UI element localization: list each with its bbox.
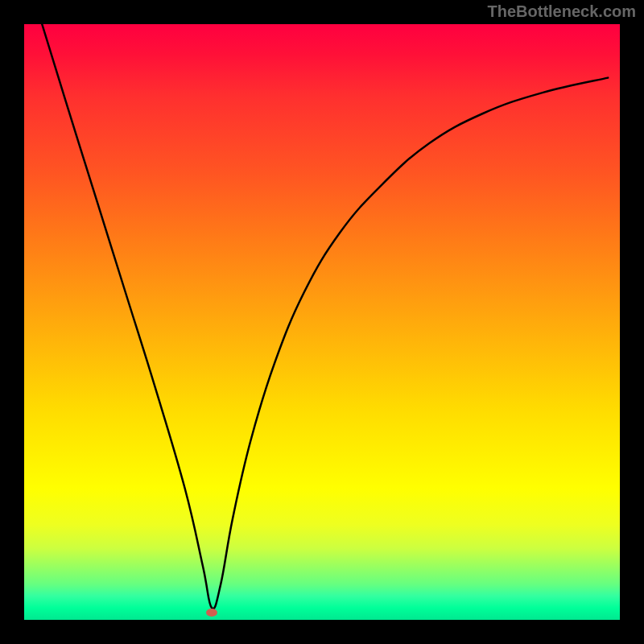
curve-svg (24, 24, 620, 620)
optimal-point-marker (206, 609, 217, 617)
bottleneck-curve (42, 24, 608, 609)
plot-area (24, 24, 620, 620)
watermark-text: TheBottleneck.com (488, 2, 636, 21)
chart-container: TheBottleneck.com (0, 0, 644, 644)
